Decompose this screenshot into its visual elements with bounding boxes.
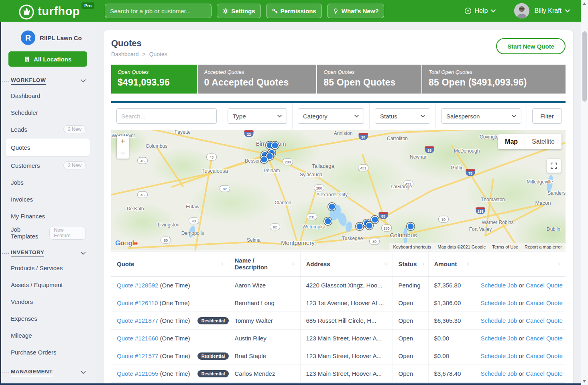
map-marker[interactable] xyxy=(328,203,336,211)
table-row: Quote #128592 (One Time)Aaron Wize4220 G… xyxy=(111,276,566,294)
fullscreen-button[interactable] xyxy=(547,159,561,173)
route-shield-number: 80 xyxy=(372,239,376,243)
filter-button[interactable]: Filter xyxy=(532,108,562,124)
zoom-out-button[interactable]: − xyxy=(117,147,129,159)
schedule-job-link[interactable]: Schedule Job xyxy=(481,335,517,342)
sidebar-section-workflow[interactable]: WORKFLOW xyxy=(11,77,86,85)
map-view-button[interactable]: Map xyxy=(498,134,525,149)
schedule-job-link[interactable]: Schedule Job xyxy=(481,317,517,324)
schedule-job-link[interactable]: Schedule Job xyxy=(481,352,517,359)
keyboard-shortcuts-link[interactable]: Keyboard shortcuts xyxy=(393,244,431,249)
sidebar-item-quotes[interactable]: Quotes xyxy=(6,139,90,156)
quote-link[interactable]: Quote #121660 xyxy=(117,335,158,342)
map-marker[interactable] xyxy=(356,223,364,230)
column-header-actions[interactable]: ↑↓ xyxy=(475,252,566,277)
sidebar-item-jobs[interactable]: Jobs xyxy=(0,174,96,191)
actions-cell: Schedule Job or Cancel Quote xyxy=(475,347,566,365)
sidebar-item-invoices[interactable]: Invoices xyxy=(0,191,96,208)
scrollbar-thumb[interactable] xyxy=(582,31,587,102)
user-avatar[interactable] xyxy=(514,3,529,18)
scrollbar-down-arrow[interactable] xyxy=(583,380,586,383)
column-header-address[interactable]: Address↑↓ xyxy=(300,252,393,277)
settings-button[interactable]: Settings xyxy=(217,4,260,18)
zoom-in-button[interactable]: + xyxy=(117,136,129,147)
sidebar-item-assets-equipment[interactable]: Assets / Equipment xyxy=(0,276,96,293)
status-select[interactable]: Status xyxy=(375,108,430,124)
sidebar-section-management[interactable]: MANAGEMENT xyxy=(11,369,86,376)
map-marker[interactable] xyxy=(407,223,415,230)
quotes-search-input[interactable] xyxy=(116,108,217,124)
quote-link[interactable]: Quote #121577 xyxy=(117,352,158,359)
cancel-quote-link[interactable]: Cancel Quote xyxy=(526,299,563,306)
stat-card[interactable]: Total Open Quotes85 Open ($491,093.96) xyxy=(422,65,566,94)
app-logo[interactable]: turfhop Pro xyxy=(18,2,94,20)
sidebar-item-label: Products / Services xyxy=(11,265,63,271)
map-city-label: Eutaw xyxy=(186,204,199,210)
column-header-quote[interactable]: Quote↑↓ xyxy=(111,252,229,277)
map-marker[interactable] xyxy=(324,218,332,225)
vertical-scrollbar[interactable] xyxy=(581,0,588,385)
user-menu[interactable]: Billy Kraft xyxy=(534,7,570,14)
quote-link[interactable]: Quote #126110 xyxy=(117,299,158,306)
scrollbar-up-arrow[interactable] xyxy=(583,2,586,5)
column-header-status[interactable]: Status↑↓ xyxy=(393,252,428,277)
start-new-quote-button[interactable]: Start New Quote xyxy=(496,38,566,54)
cancel-quote-link[interactable]: Cancel Quote xyxy=(526,282,563,289)
schedule-job-link[interactable]: Schedule Job xyxy=(481,282,517,289)
stat-card[interactable]: Accepted Quotes0 Accepted Quotes xyxy=(198,65,317,94)
sidebar-item-customers[interactable]: Customers3 New xyxy=(0,157,96,174)
sidebar-item-mileage[interactable]: Mileage xyxy=(0,327,96,344)
schedule-job-link[interactable]: Schedule Job xyxy=(481,299,517,306)
help-menu[interactable]: ? Help xyxy=(464,7,496,14)
satellite-view-button[interactable]: Satellite xyxy=(525,134,562,149)
sidebar-item-leads[interactable]: Leads2 New xyxy=(0,121,96,138)
page-title: Quotes xyxy=(111,38,167,49)
quote-link[interactable]: Quote #121055 xyxy=(117,370,158,377)
cancel-quote-link[interactable]: Cancel Quote xyxy=(526,370,563,377)
map-city-label: Carrollton xyxy=(387,136,408,141)
sidebar-item-my-finances[interactable]: My Finances xyxy=(0,208,96,224)
category-select[interactable]: Category xyxy=(298,108,364,124)
report-map-error-link[interactable]: Report a map error xyxy=(525,244,562,249)
map-marker[interactable] xyxy=(371,216,379,224)
sidebar-item-products-services[interactable]: Products / Services xyxy=(0,259,96,276)
route-shield: 280 xyxy=(314,185,324,191)
column-header-name[interactable]: Name / Description↑↓ xyxy=(229,252,300,277)
map-marker[interactable] xyxy=(366,222,373,230)
sidebar-section-inventory[interactable]: INVENTORY xyxy=(11,249,86,257)
sidebar-item-expenses[interactable]: Expenses xyxy=(0,310,96,327)
company-selector[interactable]: R RIIPL Lawn Co xyxy=(0,22,96,47)
map-marker[interactable] xyxy=(260,156,268,163)
sidebar-item-job-templates[interactable]: Job TemplatesNew Feature xyxy=(0,224,96,241)
global-search-input[interactable] xyxy=(105,4,212,18)
all-locations-button[interactable]: All Locations xyxy=(8,51,87,67)
breadcrumb-dashboard[interactable]: Dashboard xyxy=(111,51,139,57)
permissions-button[interactable]: Permissions xyxy=(266,4,322,18)
actions-cell: Schedule Job or Cancel Quote xyxy=(475,294,566,312)
sidebar-item-scheduler[interactable]: Scheduler xyxy=(0,104,96,121)
column-header-amount[interactable]: Amount↑↓ xyxy=(428,252,475,277)
quote-suffix: (One Time) xyxy=(158,335,190,342)
cancel-quote-link[interactable]: Cancel Quote xyxy=(526,317,563,324)
stat-card[interactable]: Open Quotes$491,093.96 xyxy=(111,65,197,94)
quote-link[interactable]: Quote #128592 xyxy=(117,282,158,289)
salesperson-select[interactable]: Salesperson xyxy=(441,108,521,124)
sidebar-item-purchase-orders[interactable]: Purchase Orders xyxy=(0,344,96,361)
amount-cell: $0.00 xyxy=(428,347,475,365)
type-select[interactable]: Type xyxy=(228,108,287,124)
chevron-down-icon xyxy=(421,114,425,118)
sidebar-item-vendors[interactable]: Vendors xyxy=(0,293,96,310)
sidebar-item-dashboard[interactable]: Dashboard xyxy=(0,87,96,104)
top-navigation-bar: turfhop Pro Settings Permissions What's … xyxy=(0,0,581,22)
schedule-job-link[interactable]: Schedule Job xyxy=(481,370,517,377)
sort-arrows-icon: ↑↓ xyxy=(462,261,469,267)
terms-of-use-link[interactable]: Terms of Use xyxy=(492,244,518,249)
stat-card[interactable]: Open Quotes85 Open Quotes xyxy=(317,65,421,94)
quotes-map[interactable]: 2022858518575454328082280431431231822808… xyxy=(111,130,566,251)
cancel-quote-link[interactable]: Cancel Quote xyxy=(526,335,563,342)
filter-row: Type Category Status Salesperson xyxy=(111,103,566,129)
whats-new-button[interactable]: What's New? xyxy=(327,4,385,18)
map-marker[interactable] xyxy=(271,142,279,149)
quote-link[interactable]: Quote #121877 xyxy=(117,317,158,324)
cancel-quote-link[interactable]: Cancel Quote xyxy=(526,352,563,359)
